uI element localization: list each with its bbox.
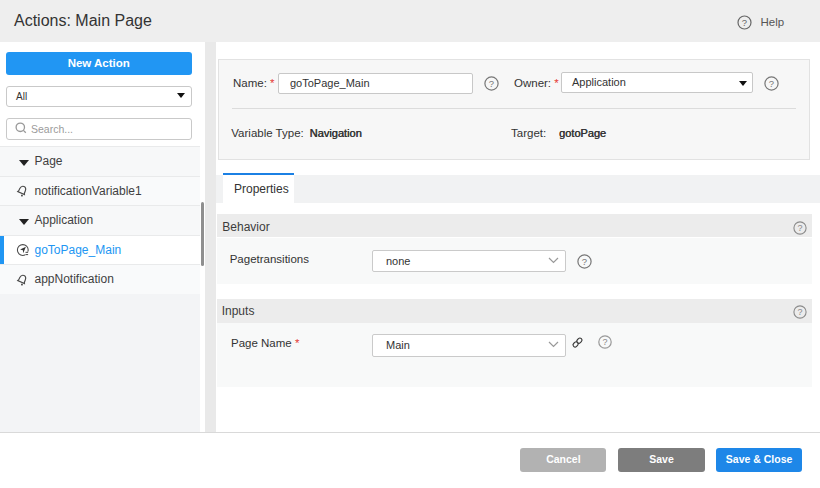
svg-text:?: ? xyxy=(742,17,747,28)
svg-text:?: ? xyxy=(602,337,607,347)
svg-text:?: ? xyxy=(769,78,774,89)
svg-text:?: ? xyxy=(797,223,802,233)
svg-text:?: ? xyxy=(797,307,802,317)
svg-text:?: ? xyxy=(581,256,586,267)
svg-text:?: ? xyxy=(488,78,493,89)
